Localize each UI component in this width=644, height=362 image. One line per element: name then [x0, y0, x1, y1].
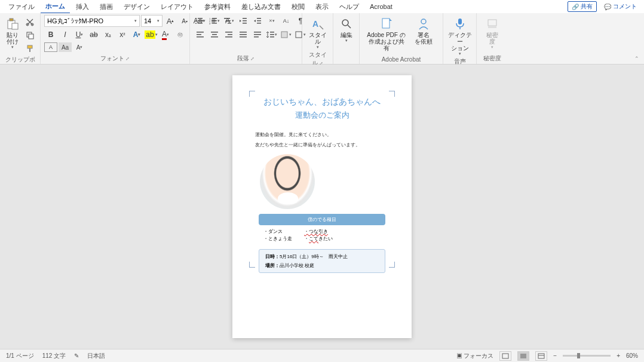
- dictate-button[interactable]: ディクテー ション▾: [448, 15, 472, 56]
- tab-references[interactable]: 参考資料: [200, 1, 235, 13]
- mic-icon: [453, 17, 467, 30]
- document-page[interactable]: おじいちゃん、おばあちゃんへ 運動会のご案内 運動会を開催。見に来てください。 …: [232, 75, 412, 338]
- editing-button[interactable]: 編集▾: [337, 15, 355, 43]
- tab-insert[interactable]: 挿入: [71, 1, 94, 13]
- copy-button[interactable]: [23, 29, 36, 41]
- share-button[interactable]: 🔗共有: [568, 1, 597, 12]
- font-launcher-icon[interactable]: ⤢: [125, 56, 130, 62]
- svg-rect-33: [211, 32, 218, 33]
- styles-button[interactable]: A スタイル▾: [306, 15, 329, 50]
- decrease-indent-button[interactable]: [237, 15, 250, 27]
- svg-rect-25: [243, 20, 247, 22]
- align-right-button[interactable]: [222, 29, 235, 41]
- numbering-button[interactable]: 123▾: [208, 15, 221, 27]
- shrink-font-button[interactable]: A▾: [178, 15, 191, 27]
- acrobat-group-label: Adobe Acrobat: [363, 55, 439, 64]
- create-pdf-button[interactable]: Adobe PDF の 作成および共有: [366, 15, 407, 51]
- tab-design[interactable]: デザイン: [119, 1, 155, 13]
- char-scale-button[interactable]: A▾: [73, 42, 86, 52]
- multilevel-list-button[interactable]: ▾: [222, 15, 235, 27]
- status-page[interactable]: 1/1 ページ: [6, 352, 34, 360]
- paste-button[interactable]: 貼り付け ▾: [4, 15, 21, 50]
- svg-rect-42: [254, 32, 261, 33]
- highlight-button[interactable]: ab▾: [145, 29, 158, 41]
- enclose-char-button[interactable]: ㊞: [173, 29, 186, 41]
- tab-draw[interactable]: 描画: [95, 1, 118, 13]
- status-language[interactable]: 日本語: [87, 352, 105, 360]
- tab-acrobat[interactable]: Acrobat: [365, 1, 397, 12]
- zoom-out-button[interactable]: −: [553, 352, 557, 359]
- strikethrough-button[interactable]: ab: [87, 29, 100, 41]
- focus-mode-button[interactable]: ▣ フォーカス: [456, 352, 494, 360]
- comment-button[interactable]: 💬コメント: [600, 2, 640, 11]
- svg-rect-21: [224, 18, 230, 19]
- align-center-button[interactable]: [208, 29, 221, 41]
- svg-rect-38: [225, 36, 232, 38]
- svg-text:A: A: [312, 19, 318, 29]
- svg-rect-28: [257, 20, 261, 22]
- tab-home[interactable]: ホーム: [41, 0, 70, 14]
- tab-mailings[interactable]: 差し込み文書: [237, 1, 286, 13]
- cut-button[interactable]: [23, 16, 36, 28]
- bold-button[interactable]: B: [44, 29, 57, 41]
- svg-rect-22: [226, 20, 231, 22]
- tab-review[interactable]: 校閲: [287, 1, 309, 13]
- svg-point-11: [195, 20, 197, 22]
- status-word-count[interactable]: 112 文字: [42, 352, 66, 360]
- svg-rect-27: [257, 18, 261, 19]
- svg-rect-54: [458, 19, 462, 24]
- underline-button[interactable]: U▾: [73, 29, 86, 41]
- tab-layout[interactable]: レイアウト: [156, 1, 198, 13]
- format-painter-button[interactable]: [23, 42, 36, 54]
- tab-file[interactable]: ファイル: [4, 1, 39, 13]
- request-signature-button[interactable]: 署名 を依頼: [410, 15, 437, 45]
- comment-icon: 💬: [604, 4, 611, 10]
- sort-button[interactable]: A↓: [280, 15, 293, 27]
- document-canvas[interactable]: おじいちゃん、おばあちゃんへ 運動会のご案内 運動会を開催。見に来てください。 …: [0, 65, 644, 349]
- font-size-combo[interactable]: 14▾: [141, 15, 162, 27]
- align-left-button[interactable]: [194, 29, 207, 41]
- svg-rect-55: [488, 20, 496, 26]
- view-read-mode-button[interactable]: [517, 351, 529, 361]
- doc-paragraph: 友だちや先生と一緒に準備をがんばっています。: [255, 142, 389, 148]
- zoom-level[interactable]: 60%: [626, 352, 638, 359]
- svg-rect-59: [538, 354, 544, 358]
- char-border-button[interactable]: A: [44, 42, 57, 52]
- view-web-layout-button[interactable]: [535, 351, 547, 361]
- distribute-button[interactable]: [251, 29, 264, 41]
- font-color-button[interactable]: A▾: [159, 29, 172, 41]
- svg-rect-43: [254, 34, 261, 35]
- superscript-button[interactable]: x²: [116, 29, 129, 41]
- svg-rect-2: [12, 23, 18, 29]
- svg-rect-40: [240, 34, 247, 35]
- svg-rect-41: [240, 36, 247, 38]
- char-shading-button[interactable]: Aa: [59, 42, 72, 52]
- font-name-combo[interactable]: HG丸ｺﾞｼｯｸM-PRO▾: [44, 15, 140, 27]
- svg-point-9: [195, 18, 197, 19]
- collapse-ribbon-button[interactable]: ⌃: [634, 56, 639, 62]
- zoom-slider[interactable]: [563, 355, 611, 357]
- selection-corner-icon: [249, 91, 255, 97]
- bullets-button[interactable]: ▾: [194, 15, 207, 27]
- grow-font-button[interactable]: A▴: [164, 15, 177, 27]
- styles-icon: A: [311, 17, 324, 30]
- tab-view[interactable]: 表示: [311, 1, 333, 13]
- subscript-button[interactable]: x₂: [102, 29, 115, 41]
- share-icon: 🔗: [572, 4, 579, 10]
- status-spellcheck-icon[interactable]: ✎: [74, 352, 79, 359]
- svg-rect-37: [228, 34, 232, 35]
- line-spacing-button[interactable]: ▾: [265, 29, 278, 41]
- svg-rect-56: [488, 26, 496, 28]
- sensitivity-icon: [486, 17, 499, 30]
- sensitivity-button[interactable]: 秘密 度▾: [480, 15, 504, 50]
- increase-indent-button[interactable]: [251, 15, 264, 27]
- text-effects-button[interactable]: A▾: [130, 29, 143, 41]
- paragraph-launcher-icon[interactable]: ⤢: [250, 56, 254, 62]
- justify-button[interactable]: [237, 29, 250, 41]
- shading-button[interactable]: ▾: [280, 29, 293, 41]
- zoom-in-button[interactable]: +: [617, 352, 620, 359]
- italic-button[interactable]: I: [59, 29, 72, 41]
- tab-help[interactable]: ヘルプ: [335, 1, 364, 13]
- asian-layout-button[interactable]: ✕▾: [265, 15, 278, 27]
- view-print-layout-button[interactable]: [499, 351, 511, 361]
